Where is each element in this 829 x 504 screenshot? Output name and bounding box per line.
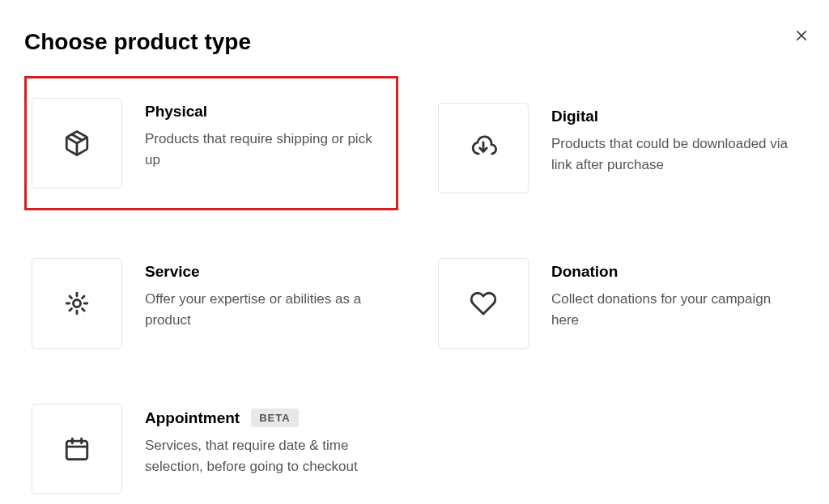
svg-point-4	[73, 299, 80, 307]
card-text-donation: Donation Collect donations for your camp…	[551, 258, 797, 332]
svg-line-12	[83, 296, 85, 299]
heart-icon	[470, 290, 497, 317]
icon-box-service	[32, 258, 122, 349]
card-description-appointment: Services, that require date & time selec…	[145, 435, 391, 478]
card-description-service: Offer your expertise or abilities as a p…	[145, 289, 391, 332]
card-description-donation: Collect donations for your campaign here	[551, 289, 797, 332]
card-text-physical: Physical Products that require shipping …	[145, 98, 391, 172]
card-title-physical: Physical	[145, 103, 207, 121]
product-type-physical[interactable]: Physical Products that require shipping …	[24, 76, 398, 210]
product-type-digital[interactable]: Digital Products that could be downloade…	[431, 95, 805, 210]
close-icon	[794, 28, 809, 43]
card-title-appointment: Appointment	[145, 409, 240, 427]
icon-box-physical	[32, 98, 122, 188]
sun-icon	[63, 290, 91, 317]
svg-line-11	[70, 309, 72, 311]
icon-box-digital	[438, 103, 529, 193]
card-text-appointment: Appointment BETA Services, that require …	[145, 404, 391, 478]
card-title-service: Service	[145, 263, 200, 281]
card-title-donation: Donation	[551, 263, 618, 281]
beta-badge: BETA	[251, 409, 298, 427]
product-type-appointment[interactable]: Appointment BETA Services, that require …	[24, 396, 398, 502]
card-description-physical: Products that require shipping or pick u…	[145, 129, 391, 172]
close-button[interactable]	[790, 24, 813, 47]
icon-box-appointment	[32, 404, 122, 494]
package-icon	[63, 129, 91, 157]
icon-box-donation	[438, 258, 529, 349]
svg-rect-13	[66, 441, 87, 460]
calendar-icon	[63, 435, 91, 463]
cloud-download-icon	[470, 134, 497, 162]
card-text-service: Service Offer your expertise or abilitie…	[145, 258, 391, 332]
card-title-digital: Digital	[551, 108, 598, 125]
product-type-donation[interactable]: Donation Collect donations for your camp…	[431, 251, 805, 356]
product-type-service[interactable]: Service Offer your expertise or abilitie…	[24, 251, 398, 356]
product-type-grid: Physical Products that require shipping …	[24, 95, 805, 502]
page-title: Choose product type	[24, 29, 805, 55]
svg-line-9	[70, 296, 72, 299]
card-description-digital: Products that could be downloaded via li…	[551, 133, 797, 176]
card-text-digital: Digital Products that could be downloade…	[551, 103, 797, 176]
svg-line-10	[83, 309, 85, 311]
